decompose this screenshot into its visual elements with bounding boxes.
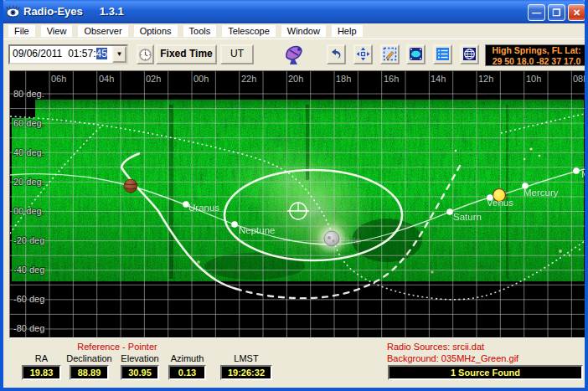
hour-label-22h: 22h <box>241 74 256 84</box>
hour-label-12h: 12h <box>478 74 493 84</box>
menu-item-view[interactable]: View <box>41 25 73 37</box>
hour-label-04h: 04h <box>99 74 114 84</box>
menu-item-options[interactable]: Options <box>134 25 178 37</box>
edit-region-button[interactable] <box>380 44 400 64</box>
neptune-marker <box>231 221 238 228</box>
field-value-lmst: 19:26:32 <box>220 365 272 380</box>
maximize-button[interactable]: ❐ <box>548 4 565 21</box>
radio-sources-label: Radio Sources: srcii.dat <box>387 342 484 352</box>
close-button[interactable]: ✕ <box>568 4 585 21</box>
beam-button[interactable] <box>406 44 426 64</box>
hour-label-18h: 18h <box>336 74 351 84</box>
dec-label--20-deg: -20 deg <box>13 235 44 245</box>
dec-label-20-deg.: 20 deg. <box>13 177 44 187</box>
planet-jupiter <box>124 179 137 193</box>
time-value: 01:57: <box>68 48 95 59</box>
clock-icon <box>139 49 152 61</box>
datetime-combobox[interactable]: 09/06/201101:57:45 ▼ <box>8 44 128 64</box>
location-coordinates: 29 50 18.0 -82 37 17.0 <box>486 56 587 66</box>
field-label-lmst: LMST <box>234 353 258 363</box>
dec-label-40-deg.: 40 deg. <box>13 147 44 157</box>
hour-label-06h: 06h <box>51 74 66 84</box>
source-list-button[interactable] <box>433 44 452 64</box>
hour-label-16h: 16h <box>384 74 399 84</box>
mars-marker <box>573 167 580 174</box>
planet-uranus: Uranus <box>183 201 219 213</box>
observer-location-display: High Springs, FL Lat: 29 50 18.0 -82 37 … <box>485 44 588 66</box>
mars-label: Mars <box>581 169 585 179</box>
field-label-declination: Declination <box>66 353 111 363</box>
hour-label-14h: 14h <box>431 74 446 84</box>
menu-item-help[interactable]: Help <box>332 25 363 37</box>
source-found-badge: 1 Source Found <box>388 365 583 380</box>
hour-label-02h: 02h <box>146 74 161 84</box>
minimize-button[interactable]: — <box>528 4 545 21</box>
app-version: 1.3.1 <box>100 5 124 18</box>
time-seconds-selected: 45 <box>96 48 107 59</box>
hour-label-00h: 00h <box>193 74 209 84</box>
dec-label-60-deg.: 60 deg. <box>13 118 44 128</box>
pluto-label: Pluto <box>339 235 361 245</box>
field-value-declination: 88.89 <box>70 365 109 380</box>
field-value-ra: 19.83 <box>22 365 61 380</box>
menu-bar: FileViewObserverOptionsToolsTelescopeWin… <box>3 23 588 39</box>
sky-map-canvas[interactable]: UranusNeptunePlutoSaturnVenusMercuryMars… <box>10 71 585 337</box>
telescope-dish-icon[interactable] <box>283 43 305 66</box>
field-label-ra: RA <box>35 353 48 363</box>
status-panel: Reference - Pointer RA19.83Declination88… <box>3 338 585 388</box>
pan-button[interactable] <box>353 44 373 64</box>
sky-globe-button[interactable] <box>460 44 479 64</box>
ut-button[interactable]: UT <box>220 44 254 64</box>
window-title: Radio-Eyes1.3.1 <box>23 5 124 18</box>
dashed-box-pencil-icon <box>383 47 397 61</box>
menu-item-telescope[interactable]: Telescope <box>222 25 276 37</box>
field-label-azimuth: Azimuth <box>171 353 204 363</box>
mercury-label: Mercury <box>524 188 559 198</box>
neptune-label: Neptune <box>239 225 275 235</box>
uranus-label: Uranus <box>188 203 219 213</box>
list-icon <box>436 47 450 61</box>
undo-icon <box>329 47 343 61</box>
dec-label-80-deg.: 80 deg. <box>13 89 44 99</box>
menu-item-file[interactable]: File <box>8 25 35 37</box>
saturn-marker <box>446 208 453 215</box>
dec-label--60-deg: -60 deg <box>13 294 44 304</box>
venus-label: Venus <box>487 198 513 208</box>
dec-label--40-deg: -40 deg <box>13 265 44 275</box>
field-label-elevation: Elevation <box>121 353 158 363</box>
undo-button[interactable] <box>327 44 346 64</box>
beam-ellipse-icon <box>409 47 423 61</box>
background-file-label: Background: 035MHz_Green.gif <box>387 353 518 363</box>
hour-label-08h: 08h <box>573 74 585 84</box>
pan-arrows-icon <box>356 47 370 61</box>
globe-icon <box>462 47 477 61</box>
datetime-dropdown-button[interactable]: ▼ <box>112 46 126 63</box>
saturn-label: Saturn <box>453 212 482 222</box>
fixed-time-button[interactable]: Fixed Time <box>156 44 217 64</box>
clock-button[interactable] <box>137 44 154 64</box>
title-bar: Radio-Eyes1.3.1 — ❐ ✕ <box>0 0 588 23</box>
dec-label-00-deg.: 00 deg. <box>13 206 44 216</box>
hour-label-20h: 20h <box>288 74 303 84</box>
field-value-azimuth: 0.13 <box>168 365 206 380</box>
toolbar: 09/06/201101:57:45 ▼ Fixed Time UT <box>3 39 585 72</box>
declination-axis-labels: 80 deg.60 deg.40 deg.20 deg.00 deg.-20 d… <box>13 89 44 333</box>
location-name: High Springs, FL Lat: <box>486 45 587 56</box>
app-window: Radio-Eyes1.3.1 — ❐ ✕ FileViewObserverOp… <box>0 0 588 391</box>
dec-label--80-deg: -80 deg <box>13 323 44 333</box>
menu-item-window[interactable]: Window <box>281 25 326 37</box>
menu-item-tools[interactable]: Tools <box>183 25 217 37</box>
field-value-elevation: 30.95 <box>121 365 159 380</box>
sky-map[interactable]: UranusNeptunePlutoSaturnVenusMercuryMars… <box>9 70 585 338</box>
reference-pointer-title: Reference - Pointer <box>54 342 181 352</box>
app-eye-icon <box>6 6 20 18</box>
menu-item-observer[interactable]: Observer <box>78 25 127 37</box>
hour-label-10h: 10h <box>526 74 541 84</box>
date-value: 09/06/2011 <box>13 48 62 59</box>
